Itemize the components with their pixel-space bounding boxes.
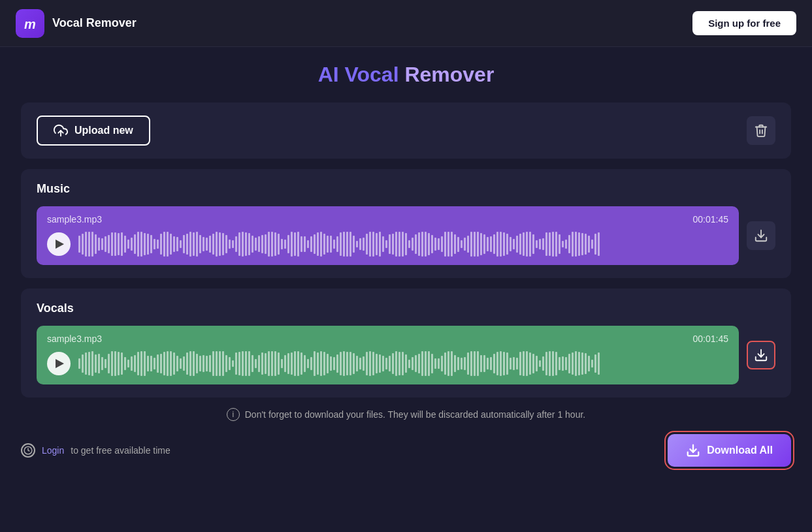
download-all-label: Download All bbox=[707, 445, 773, 456]
svg-text:m: m bbox=[24, 17, 36, 31]
login-suffix: to get free available time bbox=[71, 445, 171, 456]
upload-new-button[interactable]: Upload new bbox=[37, 116, 150, 146]
vocals-play-button[interactable] bbox=[47, 352, 71, 375]
music-download-button[interactable] bbox=[747, 221, 775, 250]
upload-label: Upload new bbox=[74, 125, 133, 136]
music-track-controls bbox=[47, 231, 728, 257]
header: m Vocal Remover Sign up for free bbox=[0, 0, 812, 47]
header-left: m Vocal Remover bbox=[16, 9, 137, 38]
play-icon-vocal bbox=[56, 359, 64, 368]
music-track-row: sample3.mp3 00:01:45 bbox=[37, 206, 775, 265]
music-play-button[interactable] bbox=[47, 232, 71, 256]
upload-icon bbox=[54, 123, 68, 138]
download-all-button[interactable]: Download All bbox=[668, 434, 791, 467]
info-icon: i bbox=[227, 408, 240, 421]
page-title: AI Vocal Remover bbox=[21, 63, 791, 87]
music-track-time: 00:01:45 bbox=[693, 214, 729, 225]
vocals-track-row: sample3.mp3 00:01:45 bbox=[37, 326, 775, 384]
download-all-icon bbox=[686, 443, 700, 458]
page-title-ai: AI Vocal bbox=[318, 63, 399, 86]
music-section: Music sample3.mp3 00:01:45 bbox=[21, 169, 791, 278]
info-row: i Don't forget to download your files. T… bbox=[21, 408, 791, 421]
music-section-title: Music bbox=[37, 182, 775, 196]
music-track-header: sample3.mp3 00:01:45 bbox=[47, 214, 728, 225]
clock-icon bbox=[21, 443, 35, 458]
vocals-track-time: 00:01:45 bbox=[693, 334, 729, 344]
vocals-section-title: Vocals bbox=[37, 302, 775, 315]
vocals-section: Vocals sample3.mp3 00:01:45 bbox=[21, 289, 791, 398]
login-link[interactable]: Login bbox=[42, 445, 64, 456]
trash-icon bbox=[754, 123, 768, 138]
main-content: AI Vocal Remover Upload new Music bbox=[0, 47, 812, 485]
signup-button[interactable]: Sign up for free bbox=[692, 11, 796, 35]
top-card: Upload new bbox=[21, 102, 791, 159]
page-title-remover: Remover bbox=[404, 63, 494, 86]
bottom-row: Login to get free available time Downloa… bbox=[21, 431, 791, 469]
bottom-left: Login to get free available time bbox=[21, 443, 171, 458]
vocals-track-controls bbox=[47, 351, 728, 377]
vocal-track: sample3.mp3 00:01:45 bbox=[37, 326, 739, 384]
vocals-track-header: sample3.mp3 00:01:45 bbox=[47, 334, 728, 344]
vocals-waveform bbox=[78, 351, 728, 377]
info-message: Don't forget to download your files. The… bbox=[245, 409, 585, 420]
music-track: sample3.mp3 00:01:45 bbox=[37, 206, 739, 265]
delete-button[interactable] bbox=[747, 116, 775, 145]
vocals-download-button[interactable] bbox=[747, 341, 775, 369]
play-icon bbox=[56, 240, 64, 249]
app-logo: m bbox=[16, 9, 44, 38]
music-track-name: sample3.mp3 bbox=[47, 214, 102, 225]
app-name: Vocal Remover bbox=[52, 16, 137, 30]
music-waveform bbox=[78, 231, 728, 257]
download-icon bbox=[754, 228, 768, 243]
vocals-track-name: sample3.mp3 bbox=[47, 334, 102, 344]
download-icon-vocal bbox=[754, 348, 768, 362]
